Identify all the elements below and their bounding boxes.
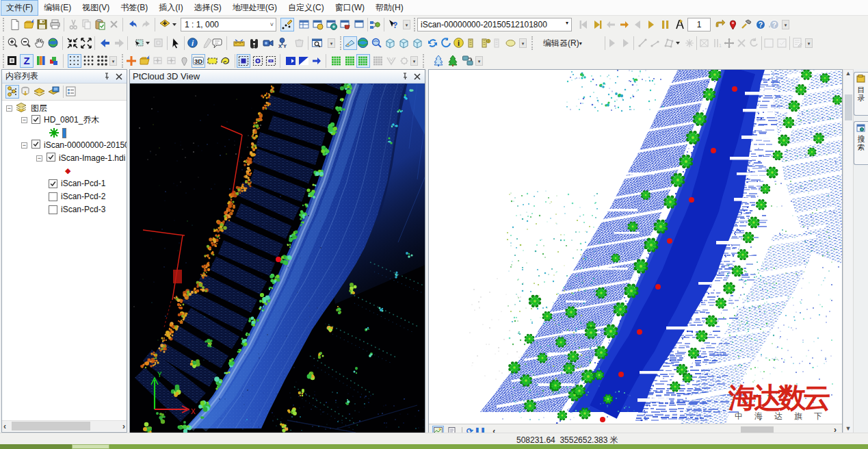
svg-text:X: X: [191, 408, 196, 415]
svg-text:i: i: [458, 39, 460, 47]
svg-text:Z: Z: [23, 55, 29, 66]
svg-text:X: X: [278, 43, 282, 49]
svg-text:海达数云: 海达数云: [728, 382, 831, 413]
svg-text:?: ?: [759, 21, 763, 29]
svg-text:Y: Y: [157, 371, 162, 379]
svg-text:3D: 3D: [194, 57, 202, 65]
svg-text:Y: Y: [283, 43, 287, 49]
svg-text:?: ?: [393, 21, 397, 30]
svg-text:中海达旗下: 中海达旗下: [735, 411, 834, 421]
svg-text:1: 1: [719, 43, 722, 48]
svg-text:?: ?: [772, 21, 776, 29]
